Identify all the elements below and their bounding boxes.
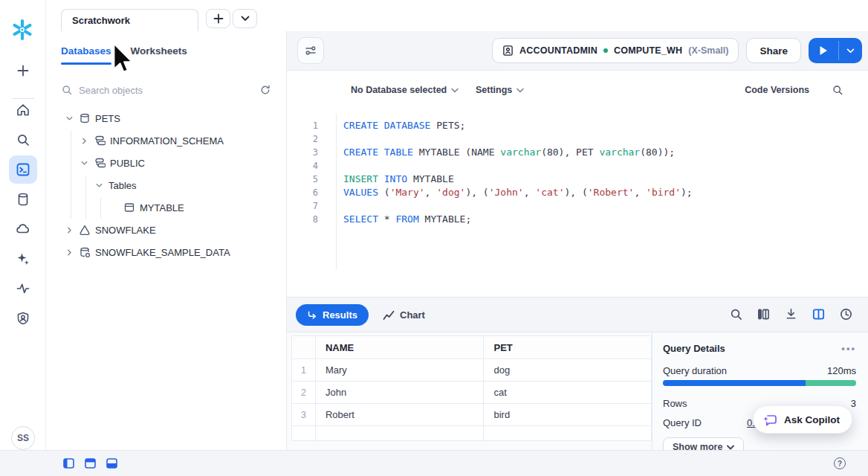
results-toolbar: Results Chart [287, 297, 868, 332]
warehouse-status-dot [603, 48, 608, 53]
cell-pet[interactable]: bird [484, 404, 652, 426]
chevron-down-icon [451, 88, 459, 93]
results-search-icon[interactable] [729, 307, 743, 321]
database-selector[interactable]: No Database selected [351, 82, 459, 98]
code-line-1[interactable]: 1CREATE DATABASE PETS; [287, 119, 868, 132]
role-badge-icon [502, 45, 514, 57]
editor-search-icon[interactable] [832, 82, 843, 98]
cell-name[interactable]: Robert [315, 404, 484, 426]
tree-item-public[interactable]: PUBLIC [46, 152, 286, 174]
search-objects-input[interactable] [79, 85, 253, 96]
code-line-5[interactable]: 5INSERT INTO MYTABLE [287, 173, 868, 186]
code-text: CREATE DATABASE PETS; [343, 119, 465, 132]
schema-icon [94, 157, 106, 169]
rows-label: Rows [663, 398, 687, 409]
tree-item-label: PETS [95, 113, 120, 124]
columns-icon[interactable] [757, 307, 771, 321]
code-versions-button[interactable]: Code Versions [745, 82, 809, 98]
sql-editor[interactable]: No Database selected Settings Code Versi… [287, 71, 868, 297]
cell-name[interactable]: Mary [315, 359, 484, 382]
tree-item-mytable[interactable]: MYTABLE [46, 196, 286, 219]
column-header-name[interactable]: NAME [315, 336, 484, 359]
ask-copilot-button[interactable]: Ask Copilot [753, 405, 852, 434]
tree-item-pets[interactable]: PETS [46, 107, 286, 129]
worksheet-tab-strip: Scratchwork [46, 0, 868, 31]
results-table[interactable]: NAMEPET1Marydog2Johncat3Robertbird [291, 335, 652, 441]
share-button[interactable]: Share [746, 38, 801, 63]
tree-item-snowflake[interactable]: SNOWFLAKE [46, 219, 286, 241]
line-number: 5 [287, 173, 318, 186]
code-line-3[interactable]: 3CREATE TABLE MYTABLE (NAME varchar(80),… [287, 146, 868, 159]
run-options-button[interactable] [839, 38, 862, 63]
line-number: 3 [287, 146, 318, 159]
settings-menu[interactable]: Settings [476, 82, 524, 98]
sql-code[interactable]: 1CREATE DATABASE PETS;23CREATE TABLE MYT… [287, 119, 868, 226]
table-row[interactable]: 1Marydog [292, 359, 652, 382]
table-row[interactable]: 3Robertbird [292, 404, 652, 426]
new-worksheet-icon[interactable] [16, 63, 30, 78]
tree-item-tables[interactable]: Tables [46, 174, 286, 196]
layout-top-icon[interactable] [85, 458, 96, 469]
download-icon[interactable] [784, 307, 798, 321]
snowflake-logo[interactable] [10, 18, 34, 42]
cell-name[interactable]: John [315, 382, 484, 404]
tree-item-label: SNOWFLAKE [95, 225, 156, 236]
layout-left-icon[interactable] [63, 458, 74, 469]
new-tab-button[interactable] [206, 9, 230, 28]
cell-pet[interactable]: dog [484, 359, 652, 382]
admin-icon[interactable] [16, 311, 30, 326]
tree-item-snowflake_sample_data[interactable]: SNOWFLAKE_SAMPLE_DATA [46, 241, 286, 263]
role-label: ACCOUNTADMIN [519, 45, 597, 56]
tree-item-label: MYTABLE [140, 202, 184, 213]
chevron-right-icon[interactable] [79, 135, 89, 146]
row-number-header [292, 336, 316, 359]
tab-results[interactable]: Results [296, 304, 369, 326]
code-line-8[interactable]: 8SELECT * FROM MYTABLE; [287, 213, 868, 226]
code-line-7[interactable]: 7 [287, 199, 868, 213]
line-number: 1 [287, 119, 318, 132]
row-number: 1 [292, 359, 316, 382]
chevron-right-icon[interactable] [64, 247, 74, 257]
chevron-down-icon[interactable] [64, 113, 74, 123]
chevron-right-icon[interactable] [64, 225, 74, 235]
layout-bottom-icon[interactable] [106, 458, 117, 469]
tree-item-label: PUBLIC [110, 158, 145, 169]
data-icon[interactable] [16, 192, 30, 207]
worksheet-options-button[interactable] [297, 37, 324, 64]
split-view-icon[interactable] [812, 307, 826, 321]
help-icon[interactable]: ? [834, 457, 846, 469]
tab-chart[interactable]: Chart [383, 304, 425, 326]
code-line-2[interactable]: 2 [287, 132, 868, 146]
worksheet-tab-scratchwork[interactable]: Scratchwork [61, 9, 198, 31]
column-header-pet[interactable]: PET [484, 336, 652, 359]
search-icon[interactable] [16, 132, 30, 147]
table-row[interactable]: 2Johncat [292, 382, 652, 404]
cloud-icon[interactable] [16, 222, 30, 237]
run-button[interactable] [809, 38, 838, 63]
tab-worksheets[interactable]: Worksheets [131, 45, 187, 57]
show-more-button[interactable]: Show more [663, 437, 744, 450]
tab-databases[interactable]: Databases [61, 45, 111, 57]
code-line-6[interactable]: 6VALUES ('Mary', 'dog'), ('John', 'cat')… [287, 186, 868, 199]
more-menu-icon[interactable]: ••• [841, 343, 856, 354]
refresh-icon[interactable] [259, 84, 271, 96]
code-line-4[interactable]: 4 [287, 159, 868, 173]
tab-list-dropdown-button[interactable] [233, 9, 257, 28]
history-icon[interactable] [839, 307, 853, 321]
projects-icon[interactable] [16, 162, 30, 177]
worksheet-main: ACCOUNTADMIN COMPUTE_WH (X-Small) Share … [287, 31, 868, 450]
play-icon [819, 45, 828, 56]
context-selector[interactable]: ACCOUNTADMIN COMPUTE_WH (X-Small) [492, 38, 739, 63]
cell-pet[interactable]: cat [484, 382, 652, 404]
row-number: 2 [292, 382, 316, 404]
user-avatar[interactable]: SS [11, 426, 35, 450]
chevron-down-icon [727, 445, 734, 450]
chevron-down-icon[interactable] [79, 158, 89, 168]
tree-item-information_schema[interactable]: INFORMATION_SCHEMA [46, 129, 286, 152]
activity-icon[interactable] [16, 281, 30, 296]
results-table-area: NAMEPET1Marydog2Johncat3Robertbird [287, 332, 652, 450]
chevron-down-icon[interactable] [94, 180, 104, 190]
database-icon [79, 112, 91, 124]
home-icon[interactable] [16, 103, 30, 118]
ai-icon[interactable] [16, 251, 30, 266]
